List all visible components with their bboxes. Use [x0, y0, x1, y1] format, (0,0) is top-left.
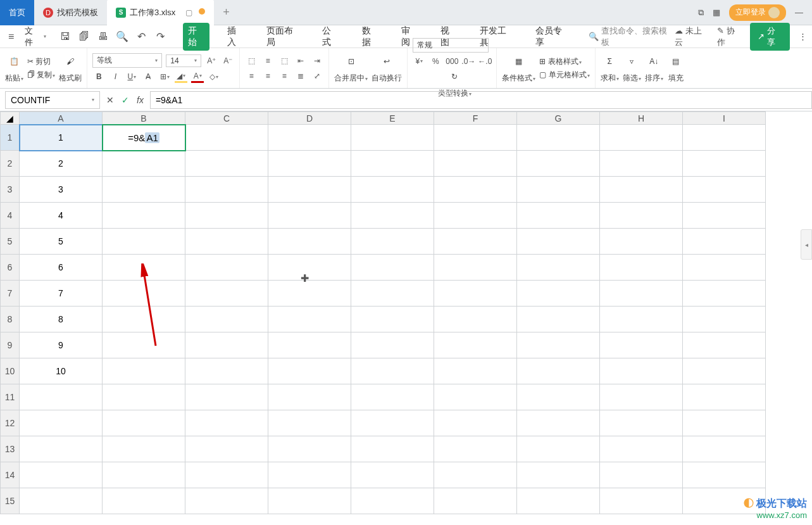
cell[interactable] [351, 332, 434, 358]
col-header-h[interactable]: H [600, 112, 683, 125]
tab-workbook[interactable]: S 工作簿3.xlsx ▢ [107, 0, 214, 25]
strikethrough-icon[interactable]: A̶ [142, 70, 154, 83]
cell[interactable] [600, 229, 683, 255]
cell[interactable] [185, 229, 268, 255]
workspace-icon[interactable]: ⧉ [698, 8, 704, 18]
col-header-f[interactable]: F [434, 112, 517, 125]
cell[interactable] [600, 462, 683, 488]
cell[interactable] [351, 125, 434, 151]
cell[interactable] [683, 332, 766, 358]
cell[interactable] [600, 384, 683, 410]
cell[interactable] [517, 281, 600, 307]
cell[interactable] [683, 229, 766, 255]
cell[interactable] [185, 151, 268, 177]
increase-font-icon[interactable]: A⁺ [205, 54, 218, 67]
cell[interactable]: 6 [20, 255, 103, 281]
cell[interactable] [683, 358, 766, 384]
save-as-icon[interactable]: 🗐 [78, 30, 91, 43]
cell[interactable] [351, 255, 434, 281]
cell[interactable] [434, 229, 517, 255]
tab-start[interactable]: 开始 [183, 23, 209, 51]
cell[interactable] [434, 151, 517, 177]
cell[interactable] [683, 255, 766, 281]
cell[interactable] [600, 125, 683, 151]
col-header-i[interactable]: I [683, 112, 766, 125]
col-header-e[interactable]: E [351, 112, 434, 125]
preview-icon[interactable]: 🔍 [116, 30, 128, 43]
cell[interactable] [20, 488, 103, 514]
cell[interactable] [434, 488, 517, 514]
align-middle-icon[interactable]: ≡ [261, 54, 274, 67]
row-header[interactable]: 13 [1, 436, 20, 462]
add-tab-button[interactable]: + [214, 6, 239, 19]
thousands-icon[interactable]: 000 [446, 55, 458, 68]
cell[interactable] [103, 358, 185, 384]
cell[interactable] [517, 255, 600, 281]
cell[interactable] [185, 332, 268, 358]
cell[interactable] [683, 307, 766, 332]
cell[interactable] [683, 151, 766, 177]
cell[interactable] [268, 151, 351, 177]
cell[interactable] [185, 488, 268, 514]
cell[interactable] [434, 462, 517, 488]
row-header[interactable]: 14 [1, 462, 20, 488]
fill-icon[interactable]: ▤ [667, 53, 685, 70]
cell[interactable] [103, 410, 185, 436]
cell[interactable] [268, 203, 351, 229]
cell[interactable] [600, 332, 683, 358]
tab-data[interactable]: 数据 [357, 23, 384, 51]
share-button[interactable]: ↗ 分享 [750, 23, 790, 51]
cell[interactable] [268, 177, 351, 203]
cell[interactable]: 4 [20, 203, 103, 229]
cell[interactable] [600, 177, 683, 203]
cell[interactable] [185, 281, 268, 307]
cell[interactable] [103, 436, 185, 462]
indent-decrease-icon[interactable]: ⇤ [294, 54, 307, 67]
cell[interactable] [268, 436, 351, 462]
cond-format-icon[interactable]: ▦ [510, 53, 528, 70]
italic-icon[interactable]: I [109, 70, 122, 83]
cell[interactable] [517, 462, 600, 488]
cell[interactable] [600, 488, 683, 514]
apps-icon[interactable]: ▦ [713, 8, 720, 17]
row-header[interactable]: 4 [1, 203, 20, 229]
cell[interactable]: 7 [20, 281, 103, 307]
presenter-icon[interactable]: ▢ [185, 8, 192, 17]
cell[interactable] [268, 410, 351, 436]
cell[interactable] [103, 229, 185, 255]
cell[interactable] [20, 462, 103, 488]
cell[interactable] [600, 281, 683, 307]
cell[interactable] [600, 151, 683, 177]
row-header[interactable]: 1 [1, 125, 20, 151]
cell[interactable] [268, 229, 351, 255]
align-justify-icon[interactable]: ≣ [294, 70, 307, 82]
highlight-icon[interactable]: ◇▾ [208, 70, 220, 83]
align-center-icon[interactable]: ≡ [261, 70, 274, 82]
cell[interactable] [600, 307, 683, 332]
indent-increase-icon[interactable]: ⇥ [311, 54, 323, 67]
cell[interactable] [683, 410, 766, 436]
font-name-select[interactable]: 等线▾ [92, 53, 162, 68]
cell[interactable] [434, 125, 517, 151]
cell[interactable] [683, 436, 766, 462]
cell[interactable] [103, 177, 185, 203]
align-bottom-icon[interactable]: ⬚ [278, 54, 290, 67]
font-color-icon[interactable]: A▾ [191, 70, 204, 83]
bold-icon[interactable]: B [92, 70, 105, 83]
sum-icon[interactable]: Σ [601, 53, 618, 70]
col-header-b[interactable]: B [103, 112, 185, 125]
type-convert-icon[interactable]: ↻ [446, 68, 463, 85]
cell[interactable] [600, 436, 683, 462]
format-brush-icon[interactable]: 🖌 [61, 53, 79, 70]
cell[interactable] [600, 255, 683, 281]
cell[interactable] [600, 203, 683, 229]
cloud-status[interactable]: ☁ 未上云 [675, 25, 708, 48]
cell[interactable] [185, 307, 268, 332]
cell[interactable] [185, 203, 268, 229]
cell[interactable] [20, 436, 103, 462]
cell[interactable] [185, 125, 268, 151]
cell[interactable] [351, 307, 434, 332]
cell[interactable] [517, 332, 600, 358]
cell[interactable] [351, 384, 434, 410]
cell[interactable] [517, 177, 600, 203]
